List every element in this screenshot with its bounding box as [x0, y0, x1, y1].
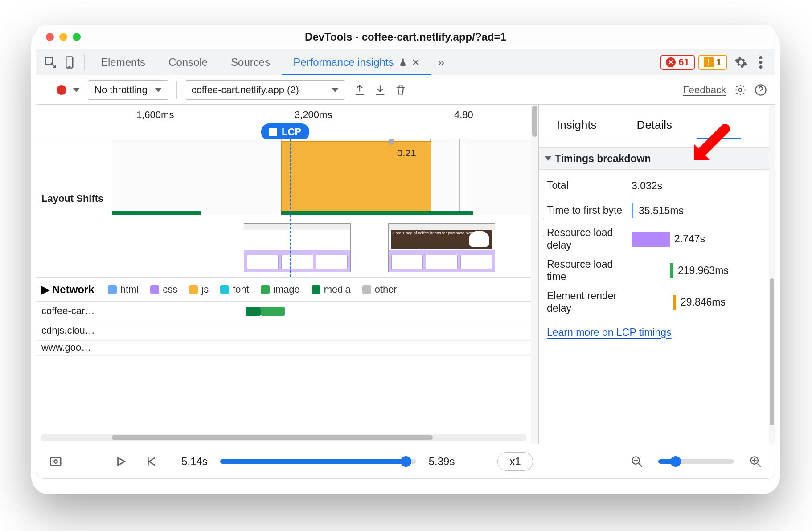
error-count-badge[interactable]: ✕ 61: [660, 55, 694, 70]
vertical-scrollbar[interactable]: [769, 105, 775, 444]
throttling-select[interactable]: No throttling: [88, 80, 168, 100]
delete-icon[interactable]: [394, 84, 407, 96]
network-label: Network: [52, 283, 94, 296]
insights-panel: › Insights Details Timings breakdown: [539, 105, 775, 444]
record-button[interactable]: [57, 85, 66, 95]
network-row[interactable]: coffee-car…: [36, 302, 531, 321]
player-total-time: 5.39s: [429, 455, 455, 468]
panel-tabbar: Elements Console Sources Performance ins…: [36, 49, 775, 75]
window-title: DevTools - coffee-cart.netlify.app/?ad=1: [36, 31, 775, 43]
insights-toolbar: No throttling coffee-cart.netlify.app (2…: [36, 75, 775, 105]
player-scrubber[interactable]: [220, 459, 416, 464]
chevron-down-icon: [155, 88, 162, 92]
filmstrip-frame[interactable]: [244, 223, 351, 272]
settings-icon[interactable]: [731, 53, 751, 72]
collapse-panel-icon[interactable]: ›: [539, 218, 544, 237]
window-zoom-button[interactable]: [73, 33, 81, 41]
window-minimize-button[interactable]: [59, 33, 67, 41]
annotation-arrow-icon: [689, 124, 730, 164]
panel-settings-icon[interactable]: [734, 84, 746, 96]
ruler-tick: 1,600ms: [136, 109, 174, 121]
devtools-window: DevTools - coffee-cart.netlify.app/?ad=1…: [36, 25, 775, 479]
svg-line-16: [758, 463, 761, 466]
timing-row-ttfb: Time to first byte 35.515ms: [547, 198, 767, 223]
play-icon[interactable]: [112, 453, 130, 470]
timings-rows: Total 3.032s Time to first byte 35.515ms…: [539, 170, 775, 319]
request-host: www.goo…: [41, 342, 108, 353]
zoom-in-icon[interactable]: [746, 453, 764, 470]
svg-point-3: [759, 56, 763, 59]
kebab-menu-icon[interactable]: [751, 53, 771, 72]
feedback-link[interactable]: Feedback: [683, 84, 726, 96]
error-count: 61: [678, 57, 689, 68]
cls-value: 0.21: [397, 147, 416, 159]
horizontal-scrollbar[interactable]: [41, 434, 527, 441]
lcp-label: LCP: [282, 126, 301, 138]
svg-line-12: [639, 463, 642, 466]
tab-details[interactable]: Details: [637, 118, 672, 139]
timeline-panel: 1,600ms 3,200ms 4,80 LCP Layout Shifts: [36, 105, 539, 444]
playhead[interactable]: [290, 139, 291, 277]
warning-count-badge[interactable]: ! 1: [698, 55, 727, 70]
recording-value: coffee-cart.netlify.app (2): [192, 84, 299, 96]
device-toolbar-icon[interactable]: [60, 53, 80, 72]
tab-label: Performance insights: [293, 56, 394, 69]
timing-row-load-delay: Resource load delay 2.747s: [547, 223, 767, 255]
svg-point-9: [54, 460, 57, 463]
playback-speed[interactable]: x1: [497, 452, 533, 471]
request-host: coffee-car…: [41, 305, 108, 317]
layout-shifts-track: Layout Shifts: [36, 139, 531, 278]
section-title: Timings breakdown: [555, 153, 651, 165]
help-icon[interactable]: [755, 84, 767, 96]
timing-row-load-time: Resource load time 219.963ms: [547, 255, 767, 286]
flask-icon: [398, 58, 407, 67]
chevron-down-icon: [332, 88, 339, 92]
svg-point-5: [759, 65, 763, 69]
window-close-button[interactable]: [46, 33, 54, 41]
promo-text: Free 1 bag of coffee beans for purchase …: [393, 231, 482, 235]
zoom-slider[interactable]: [658, 459, 734, 464]
warning-count: 1: [716, 57, 722, 68]
tab-performance-insights[interactable]: Performance insights: [282, 49, 431, 75]
player-current-time: 5.14s: [181, 455, 208, 468]
warning-icon: !: [704, 57, 714, 67]
timing-row-total: Total 3.032s: [547, 173, 767, 198]
throttling-value: No throttling: [94, 84, 148, 96]
expand-icon: ▶: [41, 283, 49, 296]
network-legend: html css js font image media other: [108, 284, 397, 295]
filmstrip: Free 1 bag of coffee beans for purchase …: [112, 223, 531, 275]
zoom-out-icon[interactable]: [628, 453, 646, 470]
more-tabs-icon[interactable]: »: [431, 53, 451, 72]
filmstrip-frame[interactable]: Free 1 bag of coffee beans for purchase …: [388, 223, 495, 272]
tab-label: Console: [168, 56, 208, 69]
timing-row-render-delay: Element render delay 29.846ms: [547, 286, 767, 318]
network-row[interactable]: cdnjs.clou…: [36, 321, 531, 341]
svg-rect-8: [51, 457, 61, 466]
tab-elements[interactable]: Elements: [89, 49, 157, 75]
tab-insights[interactable]: Insights: [557, 118, 597, 139]
vertical-scrollbar[interactable]: [531, 105, 538, 444]
ruler-tick: 3,200ms: [295, 109, 332, 121]
export-icon[interactable]: [353, 84, 366, 96]
tab-console[interactable]: Console: [157, 49, 219, 75]
replay-toolbar: 5.14s 5.39s x1: [36, 444, 775, 478]
rewind-start-icon[interactable]: [142, 453, 160, 470]
import-icon[interactable]: [374, 84, 386, 96]
track-label: Layout Shifts: [36, 139, 112, 277]
inspect-element-icon[interactable]: [41, 53, 60, 72]
timings-breakdown-header[interactable]: Timings breakdown: [539, 147, 775, 170]
time-ruler[interactable]: 1,600ms 3,200ms 4,80 LCP: [36, 105, 531, 139]
network-row[interactable]: www.goo…: [36, 341, 531, 356]
tab-sources[interactable]: Sources: [219, 49, 282, 75]
svg-point-4: [759, 61, 763, 64]
request-host: cdnjs.clou…: [41, 325, 108, 336]
error-icon: ✕: [666, 57, 676, 67]
network-track-header[interactable]: ▶ Network html css js font image media o…: [36, 278, 531, 302]
lcp-marker[interactable]: LCP: [261, 123, 309, 140]
chevron-down-icon: [545, 156, 551, 161]
recording-select[interactable]: coffee-cart.netlify.app (2): [185, 80, 345, 100]
close-icon[interactable]: [412, 58, 420, 66]
preview-icon[interactable]: [47, 453, 65, 470]
learn-more-link[interactable]: Learn more on LCP timings: [547, 327, 672, 339]
record-dropdown-icon[interactable]: [73, 88, 80, 92]
